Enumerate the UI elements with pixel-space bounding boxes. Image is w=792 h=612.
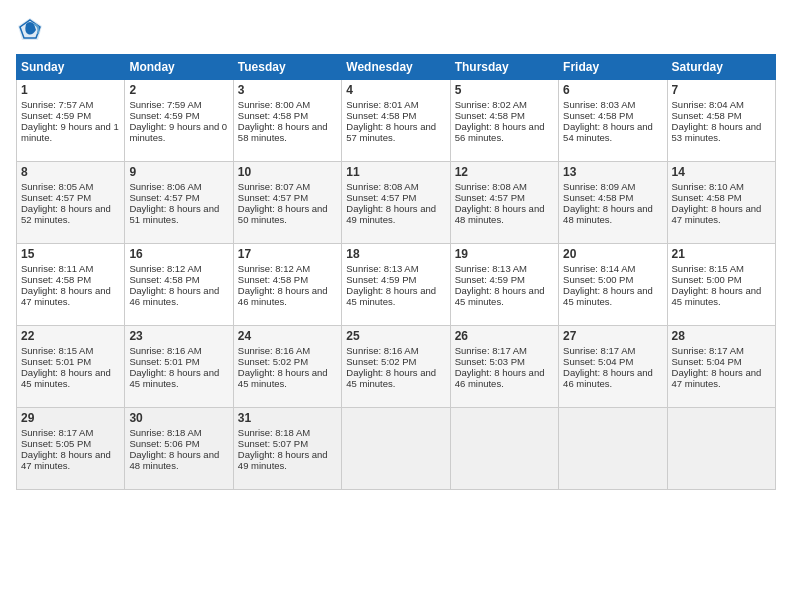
sunrise: Sunrise: 8:16 AM [238,345,310,356]
sunset: Sunset: 4:58 PM [563,192,633,203]
sunrise: Sunrise: 8:04 AM [672,99,744,110]
daylight: Daylight: 8 hours and 57 minutes. [346,121,436,143]
calendar-cell: 23Sunrise: 8:16 AMSunset: 5:01 PMDayligh… [125,326,233,408]
sunrise: Sunrise: 8:12 AM [129,263,201,274]
calendar-cell: 17Sunrise: 8:12 AMSunset: 4:58 PMDayligh… [233,244,341,326]
calendar-cell: 5Sunrise: 8:02 AMSunset: 4:58 PMDaylight… [450,80,558,162]
calendar-cell [667,408,775,490]
day-number: 16 [129,247,228,261]
sunset: Sunset: 5:00 PM [672,274,742,285]
day-number: 3 [238,83,337,97]
day-number: 30 [129,411,228,425]
sunrise: Sunrise: 8:06 AM [129,181,201,192]
weekday-header: Friday [559,55,667,80]
sunrise: Sunrise: 7:57 AM [21,99,93,110]
day-number: 4 [346,83,445,97]
sunrise: Sunrise: 8:08 AM [346,181,418,192]
calendar-cell: 11Sunrise: 8:08 AMSunset: 4:57 PMDayligh… [342,162,450,244]
day-number: 7 [672,83,771,97]
calendar-cell: 29Sunrise: 8:17 AMSunset: 5:05 PMDayligh… [17,408,125,490]
daylight: Daylight: 8 hours and 48 minutes. [455,203,545,225]
sunset: Sunset: 5:01 PM [21,356,91,367]
sunrise: Sunrise: 8:09 AM [563,181,635,192]
day-number: 27 [563,329,662,343]
sunrise: Sunrise: 8:05 AM [21,181,93,192]
weekday-header: Wednesday [342,55,450,80]
sunrise: Sunrise: 8:01 AM [346,99,418,110]
daylight: Daylight: 8 hours and 45 minutes. [346,285,436,307]
daylight: Daylight: 8 hours and 45 minutes. [563,285,653,307]
sunset: Sunset: 5:02 PM [346,356,416,367]
daylight: Daylight: 8 hours and 47 minutes. [21,449,111,471]
calendar-cell [559,408,667,490]
calendar-week-row: 1Sunrise: 7:57 AMSunset: 4:59 PMDaylight… [17,80,776,162]
sunset: Sunset: 5:04 PM [672,356,742,367]
sunrise: Sunrise: 8:18 AM [129,427,201,438]
sunset: Sunset: 4:57 PM [455,192,525,203]
header [16,16,776,44]
sunset: Sunset: 4:59 PM [455,274,525,285]
sunrise: Sunrise: 8:03 AM [563,99,635,110]
calendar-cell: 27Sunrise: 8:17 AMSunset: 5:04 PMDayligh… [559,326,667,408]
calendar-cell [342,408,450,490]
sunset: Sunset: 4:58 PM [238,274,308,285]
sunset: Sunset: 4:59 PM [21,110,91,121]
sunset: Sunset: 5:00 PM [563,274,633,285]
sunrise: Sunrise: 8:14 AM [563,263,635,274]
daylight: Daylight: 8 hours and 52 minutes. [21,203,111,225]
sunrise: Sunrise: 8:11 AM [21,263,93,274]
day-number: 28 [672,329,771,343]
day-number: 11 [346,165,445,179]
daylight: Daylight: 8 hours and 53 minutes. [672,121,762,143]
sunrise: Sunrise: 7:59 AM [129,99,201,110]
calendar-cell: 14Sunrise: 8:10 AMSunset: 4:58 PMDayligh… [667,162,775,244]
calendar-cell: 21Sunrise: 8:15 AMSunset: 5:00 PMDayligh… [667,244,775,326]
sunset: Sunset: 5:02 PM [238,356,308,367]
daylight: Daylight: 8 hours and 45 minutes. [129,367,219,389]
day-number: 10 [238,165,337,179]
daylight: Daylight: 8 hours and 46 minutes. [238,285,328,307]
sunrise: Sunrise: 8:18 AM [238,427,310,438]
calendar-cell: 10Sunrise: 8:07 AMSunset: 4:57 PMDayligh… [233,162,341,244]
day-number: 18 [346,247,445,261]
day-number: 29 [21,411,120,425]
day-number: 23 [129,329,228,343]
sunrise: Sunrise: 8:17 AM [672,345,744,356]
calendar-week-row: 8Sunrise: 8:05 AMSunset: 4:57 PMDaylight… [17,162,776,244]
daylight: Daylight: 8 hours and 45 minutes. [455,285,545,307]
day-number: 2 [129,83,228,97]
weekday-header: Sunday [17,55,125,80]
sunset: Sunset: 4:57 PM [21,192,91,203]
calendar-cell: 7Sunrise: 8:04 AMSunset: 4:58 PMDaylight… [667,80,775,162]
daylight: Daylight: 8 hours and 45 minutes. [346,367,436,389]
sunset: Sunset: 4:58 PM [563,110,633,121]
sunrise: Sunrise: 8:12 AM [238,263,310,274]
sunset: Sunset: 5:05 PM [21,438,91,449]
daylight: Daylight: 8 hours and 56 minutes. [455,121,545,143]
calendar-cell: 6Sunrise: 8:03 AMSunset: 4:58 PMDaylight… [559,80,667,162]
day-number: 12 [455,165,554,179]
calendar-cell: 20Sunrise: 8:14 AMSunset: 5:00 PMDayligh… [559,244,667,326]
sunrise: Sunrise: 8:10 AM [672,181,744,192]
sunset: Sunset: 5:04 PM [563,356,633,367]
sunset: Sunset: 4:57 PM [346,192,416,203]
sunset: Sunset: 4:59 PM [129,110,199,121]
logo-icon [16,16,44,44]
calendar-week-row: 15Sunrise: 8:11 AMSunset: 4:58 PMDayligh… [17,244,776,326]
calendar-cell: 8Sunrise: 8:05 AMSunset: 4:57 PMDaylight… [17,162,125,244]
weekday-header: Thursday [450,55,558,80]
calendar-cell: 2Sunrise: 7:59 AMSunset: 4:59 PMDaylight… [125,80,233,162]
page: SundayMondayTuesdayWednesdayThursdayFrid… [0,0,792,612]
sunset: Sunset: 5:06 PM [129,438,199,449]
sunrise: Sunrise: 8:13 AM [346,263,418,274]
daylight: Daylight: 8 hours and 49 minutes. [238,449,328,471]
daylight: Daylight: 8 hours and 45 minutes. [672,285,762,307]
sunrise: Sunrise: 8:17 AM [563,345,635,356]
weekday-header: Monday [125,55,233,80]
calendar-week-row: 22Sunrise: 8:15 AMSunset: 5:01 PMDayligh… [17,326,776,408]
sunset: Sunset: 4:58 PM [672,192,742,203]
day-number: 25 [346,329,445,343]
daylight: Daylight: 8 hours and 54 minutes. [563,121,653,143]
weekday-header-row: SundayMondayTuesdayWednesdayThursdayFrid… [17,55,776,80]
calendar-cell: 12Sunrise: 8:08 AMSunset: 4:57 PMDayligh… [450,162,558,244]
